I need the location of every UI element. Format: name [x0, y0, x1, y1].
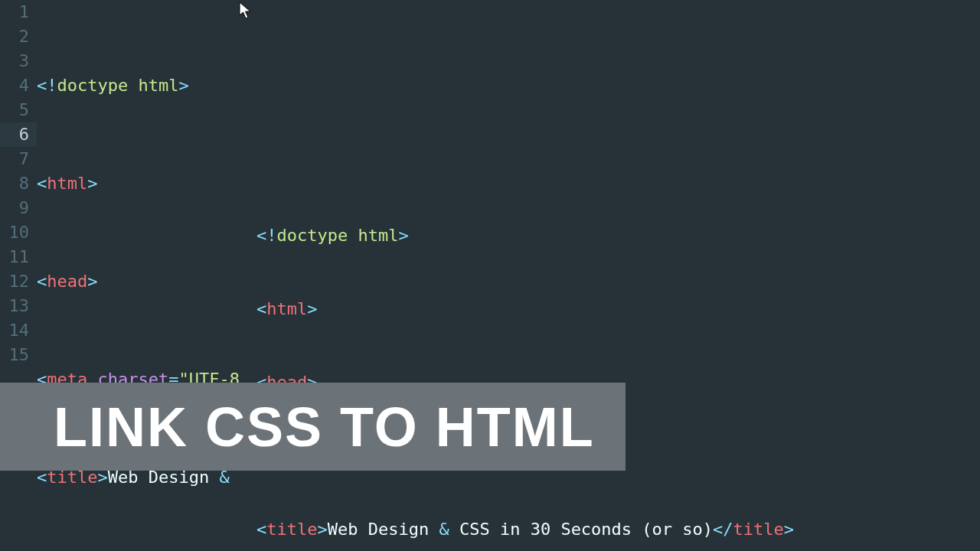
title-banner: LINK CSS TO HTML — [0, 383, 626, 471]
line-number: 13 — [0, 294, 29, 318]
line-number: 3 — [0, 49, 29, 73]
line-number: 7 — [0, 147, 29, 171]
line-number: 12 — [0, 269, 29, 294]
code-line[interactable]: <!doctype html> — [37, 73, 980, 98]
code-line[interactable]: <html> — [240, 297, 980, 321]
line-number: 2 — [0, 24, 29, 49]
line-number: 9 — [0, 196, 29, 220]
code-line[interactable]: <title>Web Design & CSS in 30 Seconds (o… — [240, 517, 980, 542]
secondary-editor-pane[interactable]: <!doctype html> <html> <head> <meta char… — [240, 174, 980, 551]
title-banner-text: LINK CSS TO HTML — [54, 415, 595, 439]
line-number: 4 — [0, 73, 29, 98]
line-number: 1 — [0, 0, 29, 24]
line-number: 14 — [0, 318, 29, 343]
line-number: 11 — [0, 245, 29, 269]
line-number-active: 6 — [0, 122, 29, 147]
code-line[interactable]: <!doctype html> — [240, 223, 980, 248]
line-number: 10 — [0, 220, 29, 245]
line-number: 5 — [0, 98, 29, 122]
line-number: 15 — [0, 343, 29, 367]
line-number: 8 — [0, 171, 29, 196]
